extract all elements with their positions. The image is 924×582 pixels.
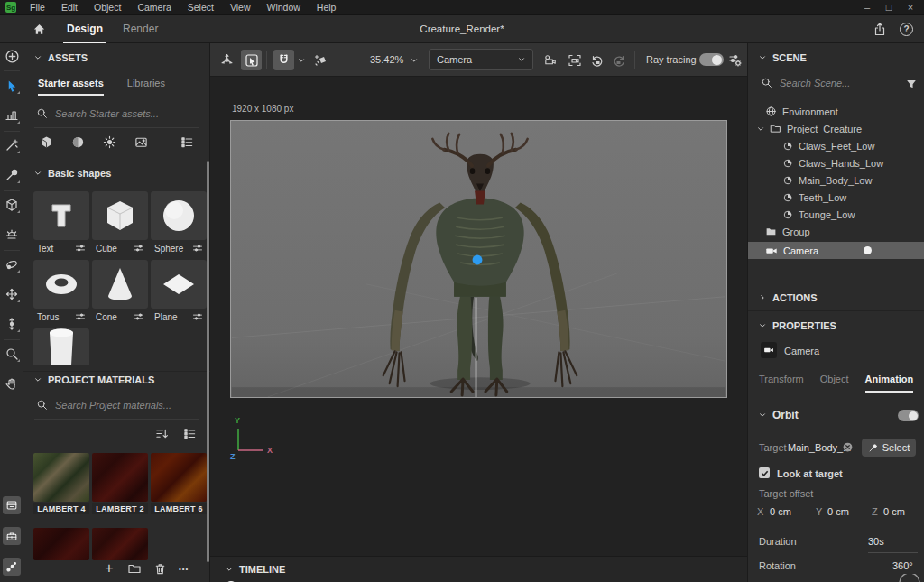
snap-options-chevron[interactable] [298, 57, 305, 64]
gizmo-space-button[interactable] [217, 50, 237, 70]
assets-scrollbar[interactable] [207, 161, 209, 562]
adjust-icon[interactable] [192, 243, 203, 254]
shape-card-plane[interactable]: Plane [151, 260, 207, 325]
rotation-dial[interactable] [898, 574, 921, 582]
camera-frame-button[interactable] [564, 50, 585, 70]
eyedropper-tool-button[interactable] [2, 165, 22, 185]
filter-images-icon[interactable] [134, 135, 148, 149]
trash-icon[interactable] [153, 562, 167, 576]
render-settings-button[interactable] [726, 50, 744, 70]
shape-card-text[interactable]: Text [33, 191, 89, 256]
menu-edit[interactable]: Edit [53, 0, 86, 15]
scene-item-camera[interactable]: Camera [748, 242, 924, 259]
remove-target-icon[interactable] [842, 441, 854, 453]
tab-starter-assets[interactable]: Starter assets [38, 78, 104, 96]
pan-hand-tool-button[interactable] [2, 374, 22, 393]
basic-shapes-header[interactable]: Basic shapes [34, 168, 111, 179]
environment-light-tool-button[interactable] [2, 225, 22, 245]
orbit-toggle[interactable] [898, 410, 919, 421]
camera-reset-button[interactable] [587, 50, 607, 70]
scene-item-teeth-low[interactable]: Teeth_Low [748, 189, 924, 206]
camera-view-dropdown[interactable]: Camera [429, 49, 533, 70]
project-materials-header[interactable]: PROJECT MATERIALS [34, 374, 154, 385]
shape-card-sphere[interactable]: Sphere [151, 191, 207, 256]
tab-render[interactable]: Render [123, 15, 158, 43]
zoom-level-dropdown[interactable]: 35.42% [370, 54, 403, 65]
add-content-button[interactable] [2, 46, 22, 66]
shape-card-cylinder[interactable] [33, 328, 89, 365]
assets-section-header[interactable]: ASSETS [34, 52, 88, 63]
connections-button[interactable] [3, 558, 21, 576]
menu-file[interactable]: File [22, 0, 53, 15]
shape-card-cone[interactable]: Cone [92, 260, 148, 325]
menu-view[interactable]: View [222, 0, 259, 15]
material-card[interactable]: LAMBERT 4 [33, 453, 89, 514]
add-material-button[interactable]: + [103, 560, 116, 577]
menu-help[interactable]: Help [309, 0, 345, 15]
camera-add-button[interactable] [541, 50, 561, 70]
shape-card-torus[interactable]: Torus [33, 260, 89, 325]
visibility-dot[interactable] [864, 246, 872, 254]
magic-environment-button[interactable] [310, 50, 330, 70]
more-options-button[interactable]: ••• [179, 565, 189, 573]
material-card[interactable] [92, 528, 148, 560]
ray-tracing-toggle[interactable] [699, 53, 724, 66]
material-card[interactable]: LAMBERT 2 [92, 453, 148, 514]
filter-models-icon[interactable] [40, 135, 53, 149]
list-view-icon[interactable] [183, 427, 197, 440]
drop-align-tool-button[interactable] [2, 106, 22, 125]
look-at-target-checkbox[interactable] [759, 467, 770, 478]
tab-object[interactable]: Object [820, 374, 849, 393]
adjust-icon[interactable] [75, 311, 86, 322]
scene-item-main-body-low[interactable]: Main_Body_Low [748, 171, 924, 189]
project-materials-search-input[interactable] [55, 400, 172, 411]
filter-lights-icon[interactable] [103, 135, 116, 149]
dolly-tool-button[interactable] [2, 314, 22, 334]
offset-z-value[interactable]: 0 cm [883, 506, 905, 517]
zoom-tool-button[interactable] [2, 344, 22, 364]
actions-section-header[interactable]: ACTIONS [759, 292, 818, 303]
primitives-tool-button[interactable] [2, 195, 22, 215]
snap-magnet-button[interactable] [273, 50, 294, 70]
minimize-button[interactable]: – [857, 0, 877, 14]
shape-card-cube[interactable]: Cube [92, 191, 148, 256]
offset-y-value[interactable]: 0 cm [827, 506, 849, 517]
scene-section-header[interactable]: SCENE [759, 52, 807, 63]
zoom-level-chevron[interactable] [411, 57, 418, 64]
list-view-icon[interactable] [180, 135, 194, 149]
menu-object[interactable]: Object [86, 0, 129, 15]
menu-camera[interactable]: Camera [129, 0, 179, 15]
render-canvas[interactable] [230, 120, 727, 398]
assets-drawer-button[interactable] [3, 496, 21, 514]
scene-item-environment[interactable]: Environment [748, 103, 924, 120]
maximize-button[interactable]: □ [879, 0, 899, 14]
tab-libraries[interactable]: Libraries [127, 78, 165, 96]
scene-search-input[interactable] [780, 78, 888, 88]
starter-assets-search-input[interactable] [55, 108, 172, 119]
timeline-header[interactable]: TIMELINE [226, 564, 285, 575]
orbit-lasso-tool-button[interactable] [2, 254, 22, 274]
scene-item-tounge-low[interactable]: Tounge_Low [748, 206, 924, 223]
adjust-icon[interactable] [192, 311, 203, 322]
material-card[interactable] [33, 528, 89, 560]
tab-animation[interactable]: Animation [865, 374, 914, 393]
filter-icon[interactable] [905, 78, 918, 90]
select-target-button[interactable]: Select [862, 439, 916, 457]
tab-design[interactable]: Design [67, 15, 103, 43]
duration-value[interactable]: 30s [868, 536, 884, 547]
scene-item-project-creature[interactable]: Project_Creature [748, 120, 924, 137]
menu-select[interactable]: Select [180, 0, 222, 15]
offset-x-value[interactable]: 0 cm [770, 506, 791, 517]
adjust-icon[interactable] [134, 311, 144, 322]
adjust-icon[interactable] [75, 243, 86, 254]
material-card[interactable]: LAMBERT 6 [151, 453, 207, 514]
scene-item-claws-feet-low[interactable]: Claws_Feet_Low [748, 137, 924, 154]
adjust-icon[interactable] [134, 243, 144, 254]
toolbox-button[interactable] [3, 527, 21, 545]
scene-item-group[interactable]: Group [748, 223, 924, 240]
move-tool-button[interactable] [2, 284, 22, 304]
filter-materials-icon[interactable] [71, 135, 85, 149]
rotation-value[interactable]: 360° [892, 560, 913, 571]
magic-wand-tool-button[interactable] [2, 135, 22, 155]
share-button[interactable] [873, 22, 887, 37]
